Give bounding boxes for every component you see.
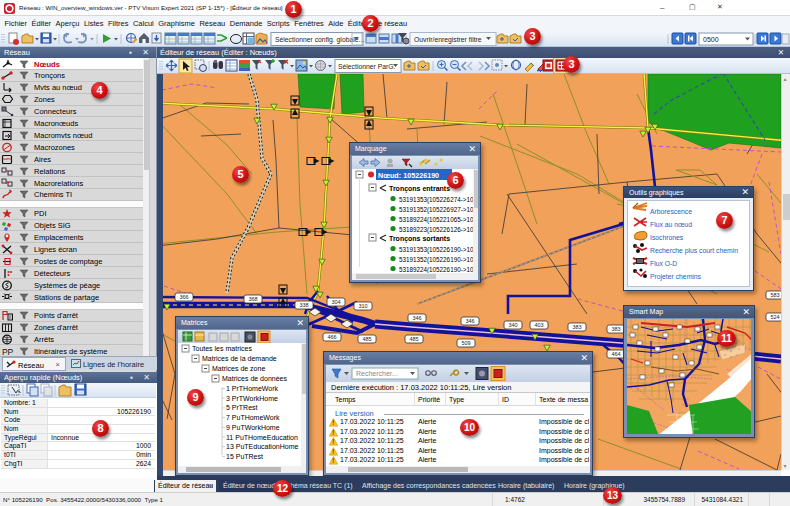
svg-text:53189223(105226126->105: 53189223(105226126->105 — [399, 226, 477, 234]
svg-text:53191352(105226927->105: 53191352(105226927->105 — [399, 206, 477, 214]
svg-text:53191353(105226190->105: 53191353(105226190->105 — [399, 246, 477, 254]
svg-text:464: 464 — [611, 351, 620, 357]
svg-text:485: 485 — [409, 336, 418, 342]
svg-text:Matrices de zone: Matrices de zone — [212, 365, 265, 372]
svg-text:466: 466 — [327, 334, 336, 340]
svg-text:485: 485 — [362, 336, 371, 342]
svg-text:53191352(105226190->105: 53191352(105226190->105 — [399, 256, 477, 264]
svg-text:338: 338 — [299, 302, 308, 308]
svg-text:13 PuTEducationHome: 13 PuTEducationHome — [226, 443, 298, 450]
svg-text:Recherche plus court chemin: Recherche plus court chemin — [650, 247, 738, 255]
svg-text:Projeter chemins: Projeter chemins — [650, 273, 702, 281]
svg-text:524: 524 — [770, 314, 779, 320]
svg-text:11 PuTHomeEducation: 11 PuTHomeEducation — [226, 434, 298, 441]
svg-text:583: 583 — [770, 292, 779, 298]
svg-text:368: 368 — [248, 296, 257, 302]
svg-text:9 PuTWorkHome: 9 PuTWorkHome — [226, 424, 280, 431]
svg-text:53191353(105226274->105: 53191353(105226274->105 — [399, 196, 477, 204]
svg-text:53189224(105226190->105: 53189224(105226190->105 — [399, 266, 477, 274]
svg-text:Rechercher...: Rechercher... — [356, 370, 398, 377]
svg-text:304: 304 — [331, 299, 340, 305]
svg-text:340: 340 — [508, 322, 517, 328]
svg-text:366: 366 — [179, 294, 188, 300]
svg-text:Tronçons entrants: Tronçons entrants — [389, 185, 450, 193]
svg-text:346: 346 — [465, 318, 474, 324]
svg-text:Nœud: 105226190: Nœud: 105226190 — [378, 171, 439, 180]
svg-text:Flux O-D: Flux O-D — [650, 260, 677, 267]
svg-text:509: 509 — [461, 340, 470, 346]
svg-text:Flux au nœud: Flux au nœud — [650, 221, 692, 228]
svg-text:!: ! — [332, 429, 334, 436]
svg-text:!: ! — [332, 448, 334, 455]
svg-text:Tronçons sortants: Tronçons sortants — [389, 235, 450, 243]
svg-text:Ouvrir/enregistrer filtre: Ouvrir/enregistrer filtre — [414, 36, 482, 44]
svg-text:Sélectionner ParG.: Sélectionner ParG. — [338, 63, 396, 70]
svg-text:Isochrones: Isochrones — [650, 234, 684, 241]
svg-text:403: 403 — [534, 322, 543, 328]
svg-text:Arborescence: Arborescence — [650, 208, 692, 215]
svg-text:7 PuTHomeWork: 7 PuTHomeWork — [226, 414, 280, 421]
svg-text:Matrices de la demande: Matrices de la demande — [202, 355, 277, 362]
svg-text:5 PrTRest: 5 PrTRest — [226, 404, 258, 411]
svg-text:1 PrTHomeWork: 1 PrTHomeWork — [226, 385, 278, 392]
svg-text:0500: 0500 — [703, 36, 719, 43]
svg-text:Sélectionner config. globale..: Sélectionner config. globale... — [275, 36, 364, 44]
svg-text:346: 346 — [412, 315, 421, 321]
svg-text:15 PuTRest: 15 PuTRest — [226, 453, 263, 460]
svg-text:!: ! — [332, 439, 334, 446]
svg-text:310: 310 — [358, 303, 367, 309]
svg-text:!: ! — [332, 458, 334, 465]
svg-text:53189224(105221065->105: 53189224(105221065->105 — [399, 216, 477, 224]
svg-text:Toutes les matrices: Toutes les matrices — [192, 345, 252, 352]
svg-text:Matrices de données: Matrices de données — [222, 375, 287, 382]
svg-text:383: 383 — [611, 326, 620, 332]
svg-text:3 PrTWorkHome: 3 PrTWorkHome — [226, 395, 278, 402]
svg-text:383: 383 — [572, 324, 581, 330]
svg-text:!: ! — [332, 419, 334, 426]
